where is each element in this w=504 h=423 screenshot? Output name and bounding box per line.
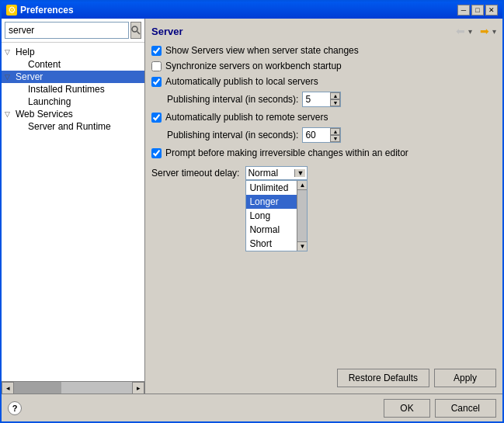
scroll-right-button[interactable]: ▸ bbox=[132, 382, 144, 394]
bottom-buttons: Restore Defaults Apply bbox=[151, 362, 496, 387]
show-servers-checkbox[interactable] bbox=[151, 46, 162, 56]
remote-interval-label: Publishing interval (in seconds): bbox=[167, 130, 298, 140]
scroll-track[interactable] bbox=[14, 382, 132, 394]
sync-servers-label: Synchronize servers on workbench startup bbox=[165, 61, 342, 71]
svg-point-0 bbox=[132, 26, 137, 32]
show-servers-row: Show Servers view when server state chan… bbox=[151, 45, 496, 56]
timeout-dropdown-popup: Unlimited Longer Long Normal Short ▲ ▼ bbox=[245, 180, 308, 251]
sidebar-item-server-and-runtime[interactable]: Server and Runtime bbox=[2, 120, 144, 133]
help-button[interactable]: ? bbox=[8, 401, 22, 415]
window-controls: ─ □ ✕ bbox=[457, 5, 498, 16]
timeout-option-short[interactable]: Short bbox=[246, 237, 297, 251]
expander-web-services: ▽ bbox=[5, 110, 16, 118]
timeout-select[interactable]: Normal ▼ bbox=[245, 166, 308, 180]
remote-interval-down[interactable]: ▼ bbox=[330, 135, 340, 142]
auto-publish-remote-row: Automatically publish to remote servers bbox=[151, 112, 496, 123]
show-servers-label: Show Servers view when server state chan… bbox=[165, 45, 359, 56]
remote-interval-up[interactable]: ▲ bbox=[330, 128, 340, 135]
nav-back-arrow[interactable]: ⬅ bbox=[454, 25, 467, 37]
cancel-button[interactable]: Cancel bbox=[435, 399, 496, 418]
auto-publish-local-row: Automatically publish to local servers bbox=[151, 76, 496, 87]
minimize-button[interactable]: ─ bbox=[457, 5, 470, 16]
search-bar bbox=[2, 19, 144, 43]
local-interval-input[interactable] bbox=[303, 93, 330, 106]
timeout-dropdown-wrapper: Normal ▼ Unlimited Longer Long Normal bbox=[245, 166, 308, 180]
search-input[interactable] bbox=[5, 22, 129, 39]
popup-scroll-down[interactable]: ▼ bbox=[297, 241, 307, 251]
close-button[interactable]: ✕ bbox=[485, 5, 498, 16]
sidebar-scrollbar: ◂ ▸ bbox=[2, 381, 144, 394]
preferences-window: ⚙ Preferences ─ □ ✕ bbox=[0, 0, 504, 423]
options-area: Show Servers view when server state chan… bbox=[151, 45, 496, 362]
sidebar-item-help[interactable]: ▽ Help bbox=[2, 46, 144, 58]
restore-defaults-button[interactable]: Restore Defaults bbox=[337, 369, 429, 387]
timeout-delay-row: Server timeout delay: Normal ▼ Unlimited bbox=[151, 163, 496, 180]
remote-interval-input[interactable] bbox=[303, 129, 330, 141]
window-title: Preferences bbox=[20, 5, 74, 16]
nav-forward-dropdown[interactable]: ▾ bbox=[492, 27, 496, 36]
nav-arrows: ⬅ ▾ ➡ ▾ bbox=[454, 25, 496, 37]
auto-publish-remote-label: Automatically publish to remote servers bbox=[165, 112, 328, 123]
timeout-dropdown-arrow[interactable]: ▼ bbox=[294, 169, 305, 177]
tree: ▽ Help Content ▽ Server bbox=[2, 43, 144, 381]
sidebar-item-content[interactable]: Content bbox=[2, 58, 144, 71]
maximize-button[interactable]: □ bbox=[471, 5, 484, 16]
remote-interval-row: Publishing interval (in seconds): ▲ ▼ bbox=[151, 127, 496, 143]
ok-button[interactable]: OK bbox=[384, 399, 429, 418]
remote-interval-spinner: ▲ ▼ bbox=[302, 127, 341, 143]
nav-forward-arrow[interactable]: ➡ bbox=[478, 25, 491, 37]
auto-publish-remote-checkbox[interactable] bbox=[151, 113, 162, 123]
sidebar-item-launching[interactable]: Launching bbox=[2, 95, 144, 108]
timeout-option-unlimited[interactable]: Unlimited bbox=[246, 181, 297, 195]
local-interval-spinner: ▲ ▼ bbox=[302, 92, 341, 107]
local-interval-label: Publishing interval (in seconds): bbox=[167, 94, 298, 105]
local-interval-up[interactable]: ▲ bbox=[330, 92, 340, 99]
local-interval-row: Publishing interval (in seconds): ▲ ▼ bbox=[151, 92, 496, 107]
sidebar-item-web-services[interactable]: ▽ Web Services bbox=[2, 108, 144, 120]
footer-buttons: OK Cancel bbox=[384, 399, 496, 418]
right-panel: Server ⬅ ▾ ➡ ▾ Show Servers view when se… bbox=[145, 19, 502, 394]
auto-publish-local-checkbox[interactable] bbox=[151, 77, 162, 87]
scroll-left-button[interactable]: ◂ bbox=[2, 382, 14, 394]
timeout-label: Server timeout delay: bbox=[151, 168, 239, 179]
sync-servers-row: Synchronize servers on workbench startup bbox=[151, 61, 496, 71]
prompt-irreversible-label: Prompt before making irreversible change… bbox=[165, 147, 408, 158]
panel-header: Server ⬅ ▾ ➡ ▾ bbox=[151, 25, 496, 37]
timeout-option-long[interactable]: Long bbox=[246, 209, 297, 223]
expander-server: ▽ bbox=[5, 73, 16, 81]
footer: ? OK Cancel bbox=[2, 394, 502, 421]
timeout-option-longer[interactable]: Longer bbox=[246, 195, 297, 209]
titlebar: ⚙ Preferences ─ □ ✕ bbox=[2, 2, 502, 19]
expander-help: ▽ bbox=[5, 48, 16, 56]
sidebar-item-server[interactable]: ▽ Server bbox=[2, 71, 144, 83]
popup-scrollbar: ▲ ▼ bbox=[297, 181, 307, 251]
sync-servers-checkbox[interactable] bbox=[151, 61, 162, 71]
prompt-irreversible-checkbox[interactable] bbox=[151, 148, 162, 158]
apply-button[interactable]: Apply bbox=[434, 369, 496, 387]
sidebar: ▽ Help Content ▽ Server bbox=[2, 19, 145, 394]
popup-scroll-up[interactable]: ▲ bbox=[297, 181, 307, 190]
prompt-irreversible-row: Prompt before making irreversible change… bbox=[151, 147, 496, 158]
nav-back-dropdown[interactable]: ▾ bbox=[468, 27, 472, 36]
sidebar-item-installed-runtimes[interactable]: Installed Runtimes bbox=[2, 83, 144, 95]
popup-scroll-thumb bbox=[297, 190, 307, 241]
svg-line-1 bbox=[137, 32, 141, 35]
timeout-option-normal[interactable]: Normal bbox=[246, 223, 297, 237]
search-button[interactable] bbox=[130, 22, 141, 39]
main-content: ▽ Help Content ▽ Server bbox=[2, 19, 502, 394]
search-icon bbox=[131, 26, 141, 35]
auto-publish-local-label: Automatically publish to local servers bbox=[165, 76, 318, 87]
panel-title: Server bbox=[151, 26, 182, 37]
window-icon: ⚙ bbox=[6, 5, 17, 16]
local-interval-down[interactable]: ▼ bbox=[330, 99, 340, 106]
